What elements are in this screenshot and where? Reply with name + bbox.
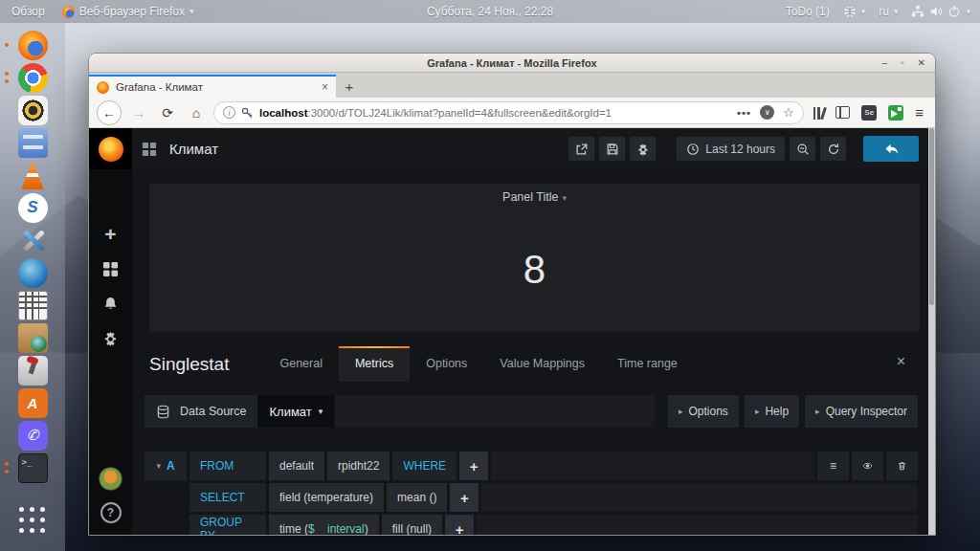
tab-metrics[interactable]: Metrics bbox=[339, 346, 410, 382]
share-button[interactable] bbox=[568, 137, 594, 161]
save-button[interactable] bbox=[599, 137, 625, 161]
dock-item-calculator[interactable] bbox=[15, 289, 50, 321]
tab-value-mappings[interactable]: Value Mappings bbox=[483, 346, 601, 382]
todo-indicator[interactable]: ToDo (1) bbox=[786, 5, 830, 18]
panel-title-menu[interactable]: Panel Title▾ bbox=[149, 184, 920, 204]
maximize-button[interactable]: ▫ bbox=[901, 55, 904, 72]
s-app-icon: S bbox=[18, 193, 48, 223]
tab-time-range[interactable]: Time range bbox=[601, 346, 694, 382]
tab-close-icon[interactable]: × bbox=[322, 80, 328, 94]
groupby-fill-part[interactable]: fill (null) bbox=[382, 515, 442, 536]
minimize-button[interactable]: – bbox=[882, 55, 888, 72]
keyboard-layout-menu[interactable]: ru ▾ bbox=[879, 5, 898, 18]
new-tab-button[interactable]: + bbox=[336, 75, 363, 98]
dashboards-icon[interactable] bbox=[89, 252, 132, 286]
dock-item-s-app[interactable]: S bbox=[15, 191, 50, 224]
menu-icon[interactable]: ≡ bbox=[915, 104, 924, 121]
query-row-filler bbox=[491, 452, 814, 480]
select-field-part[interactable]: field (temperature) bbox=[269, 483, 384, 512]
query-inspector-button[interactable]: ▸ Query Inspector bbox=[805, 395, 918, 428]
add-where-button[interactable]: + bbox=[459, 452, 488, 480]
add-select-button[interactable]: + bbox=[450, 483, 479, 512]
app-menu[interactable]: Веб-браузер Firefox ▾ bbox=[62, 5, 194, 18]
add-groupby-button[interactable]: + bbox=[445, 515, 474, 536]
query-menu-icon[interactable]: ≡ bbox=[817, 452, 849, 480]
select-func-part[interactable]: mean () bbox=[387, 483, 447, 512]
select-label: SELECT bbox=[189, 483, 266, 512]
dock-item-vlc[interactable] bbox=[15, 159, 50, 191]
datasource-row: Data Source Климат ▾ ▸ Options ▸ Help ▸ bbox=[145, 395, 918, 428]
from-policy-part[interactable]: default bbox=[269, 452, 324, 480]
system-menu[interactable]: ▾ bbox=[911, 5, 970, 18]
forward-button[interactable]: → bbox=[127, 101, 150, 124]
close-editor-icon[interactable]: × bbox=[897, 353, 928, 370]
url-bar[interactable]: i localhost:3000/d/TOLJ24Lik/klimat?pane… bbox=[213, 101, 804, 124]
settings-gear-icon[interactable] bbox=[630, 137, 656, 161]
user-avatar[interactable] bbox=[99, 467, 122, 491]
globe-indicator[interactable]: ▾ bbox=[843, 5, 866, 18]
library-icon[interactable] bbox=[813, 106, 825, 120]
refresh-icon[interactable] bbox=[820, 137, 846, 161]
from-measurement-part[interactable]: rpidht22 bbox=[327, 452, 390, 480]
close-button[interactable]: ✕ bbox=[918, 55, 925, 72]
grafana-page: + ? Климат bbox=[89, 128, 935, 536]
query-ref-toggle[interactable]: ▾ A bbox=[145, 452, 187, 480]
viber-icon: ✆ bbox=[18, 421, 48, 451]
dock-item-driver-manager[interactable] bbox=[15, 354, 50, 386]
zoom-out-icon[interactable] bbox=[790, 137, 815, 161]
navigation-toolbar: ← → ⟳ ⌂ i localhost:3000/d/TOLJ24Lik/kli… bbox=[89, 98, 935, 128]
page-scrollbar[interactable] bbox=[928, 128, 935, 536]
dock-item-firefox[interactable] bbox=[15, 29, 50, 61]
configuration-gear-icon[interactable] bbox=[89, 320, 132, 355]
dock-item-software[interactable] bbox=[15, 321, 50, 354]
create-icon[interactable]: + bbox=[89, 217, 132, 252]
window-titlebar[interactable]: Grafana - Климат - Mozilla Firefox – ▫ ✕ bbox=[89, 54, 935, 73]
url-path: :3000/d/TOLJ24Lik/klimat?panelId=4&fulls… bbox=[307, 107, 612, 119]
datasource-label-cell: Data Source bbox=[145, 395, 257, 428]
dashboard-title[interactable]: Климат bbox=[169, 141, 218, 157]
tab-grafana[interactable]: Grafana - Климат × bbox=[89, 75, 336, 98]
dock-item-thunderbird[interactable] bbox=[15, 256, 50, 289]
panel-editor-tabs: Singlestat General Metrics Options Value… bbox=[132, 342, 928, 382]
site-info-icon[interactable]: i bbox=[223, 106, 235, 119]
pocket-icon[interactable]: ∨ bbox=[760, 105, 774, 120]
alerting-bell-icon[interactable] bbox=[89, 286, 132, 320]
running-indicator bbox=[5, 72, 9, 83]
dock-item-viber[interactable]: ✆ bbox=[15, 419, 50, 452]
help-toggle-button[interactable]: ▸ Help bbox=[745, 395, 799, 428]
firefox-icon bbox=[62, 6, 75, 18]
dock-item-app-store[interactable]: A bbox=[15, 386, 50, 419]
dock-item-terminal[interactable]: >_ bbox=[15, 452, 50, 484]
query-eye-icon[interactable] bbox=[852, 452, 883, 480]
calculator-icon bbox=[18, 291, 48, 320]
home-button[interactable]: ⌂ bbox=[185, 101, 208, 124]
show-applications-button[interactable] bbox=[19, 507, 46, 534]
back-to-dashboard-button[interactable] bbox=[863, 136, 919, 162]
clock-menu[interactable]: Суббота, 24 Ноя., 22:28 bbox=[427, 5, 553, 18]
datasource-dropdown[interactable]: Климат ▾ bbox=[257, 395, 334, 428]
sidebar-toggle-icon[interactable] bbox=[835, 106, 850, 119]
time-range-picker[interactable]: Last 12 hours bbox=[677, 137, 785, 161]
grafana-logo[interactable] bbox=[89, 128, 132, 169]
tab-general[interactable]: General bbox=[263, 346, 338, 382]
dock-item-file-cabinet[interactable] bbox=[15, 126, 50, 159]
selenium-extension-icon[interactable]: Se bbox=[861, 105, 877, 121]
green-extension-icon[interactable] bbox=[888, 105, 903, 121]
dock-item-chrome[interactable] bbox=[15, 61, 50, 94]
help-icon[interactable]: ? bbox=[100, 502, 122, 523]
dock-item-media-viewer[interactable] bbox=[15, 94, 50, 126]
query-row-groupby: GROUP BY time ($__interval) fill (null) … bbox=[145, 515, 918, 536]
running-indicator bbox=[5, 43, 9, 47]
tab-options[interactable]: Options bbox=[410, 346, 483, 382]
options-toggle-button[interactable]: ▸ Options bbox=[668, 395, 739, 428]
dock-item-tools[interactable] bbox=[15, 224, 50, 256]
reload-button[interactable]: ⟳ bbox=[156, 101, 179, 124]
query-trash-icon[interactable] bbox=[886, 452, 918, 480]
groupby-time-part[interactable]: time ($__interval) bbox=[269, 515, 379, 536]
media-viewer-icon bbox=[18, 96, 48, 125]
url-text: localhost:3000/d/TOLJ24Lik/klimat?panelI… bbox=[259, 107, 612, 119]
activities-button[interactable]: Обзор bbox=[11, 5, 45, 18]
page-actions-icon[interactable]: ••• bbox=[737, 107, 751, 119]
bookmark-star-icon[interactable]: ☆ bbox=[783, 105, 794, 120]
back-button[interactable]: ← bbox=[97, 100, 122, 125]
